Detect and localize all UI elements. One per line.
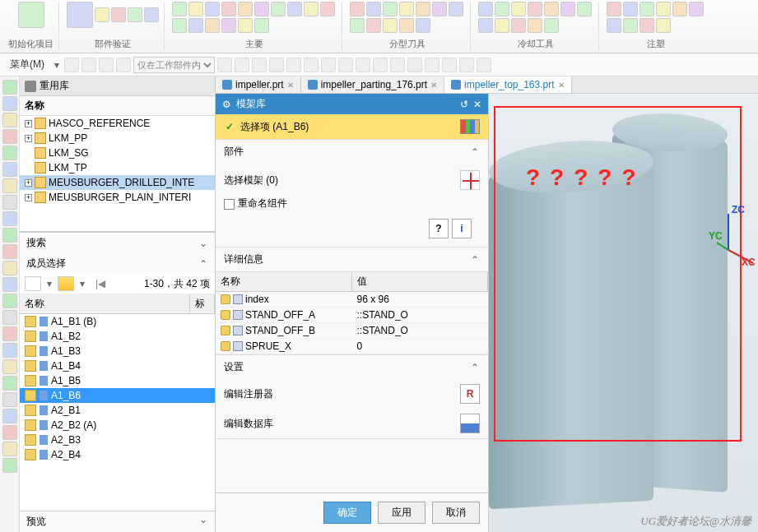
toolbar-icon[interactable] <box>286 58 301 72</box>
verify-icon[interactable] <box>67 2 93 28</box>
scope-select[interactable]: 仅在工作部件内 <box>133 57 215 73</box>
ribbon-icon[interactable] <box>528 2 542 16</box>
section-header[interactable]: 部件⌃ <box>216 140 488 164</box>
ribbon-icon[interactable] <box>350 18 365 33</box>
ribbon-icon[interactable] <box>172 2 187 16</box>
ribbon-icon[interactable] <box>495 2 509 16</box>
ribbon-icon[interactable] <box>320 2 335 16</box>
toolbar-icon[interactable] <box>477 58 491 72</box>
ribbon-icon[interactable] <box>656 2 671 16</box>
ribbon-icon[interactable] <box>544 2 559 16</box>
ribbon-icon[interactable] <box>111 7 126 22</box>
ribbon-icon[interactable] <box>478 18 493 33</box>
view-mode-icon[interactable] <box>25 276 41 291</box>
catalog-icon[interactable] <box>460 119 480 134</box>
menu-dropdown[interactable]: 菜单(M) <box>5 56 49 73</box>
toolbar-icon[interactable] <box>459 58 474 72</box>
rail-icon[interactable] <box>2 195 17 210</box>
search-header[interactable]: 搜索⌄ <box>20 233 215 253</box>
cancel-button[interactable]: 取消 <box>432 502 480 524</box>
chevron-up-icon[interactable]: ⌃ <box>470 147 480 157</box>
rail-icon[interactable] <box>2 129 17 144</box>
member-row[interactable]: A2_B4 <box>20 447 215 462</box>
ribbon-icon[interactable] <box>656 18 671 33</box>
chevron-down-icon[interactable]: ▾ <box>77 279 87 289</box>
ribbon-icon[interactable] <box>238 2 253 16</box>
ribbon-icon[interactable] <box>188 18 203 33</box>
help-icon[interactable]: ? <box>429 219 449 238</box>
tree-body[interactable]: +HASCO_REFERENCE +LKM_PP LKM_SG LKM_TP +… <box>20 116 215 231</box>
rail-icon[interactable] <box>2 261 17 275</box>
rail-icon[interactable] <box>2 96 17 111</box>
ribbon-icon[interactable] <box>544 18 559 33</box>
3d-viewport[interactable]: ????? ZC YC XC UG爱好者论坛@水清馨 <box>489 94 758 532</box>
toolbar-icon[interactable] <box>235 58 249 72</box>
ribbon-icon[interactable] <box>623 18 638 33</box>
toolbar-icon[interactable] <box>356 58 370 72</box>
ribbon-icon[interactable] <box>304 2 319 16</box>
ribbon-icon[interactable] <box>416 18 430 33</box>
rail-icon[interactable] <box>2 244 17 259</box>
expand-icon[interactable]: + <box>25 179 32 187</box>
ribbon-icon[interactable] <box>205 2 220 16</box>
ribbon-icon[interactable] <box>432 2 447 16</box>
member-row[interactable]: A1_B2 <box>20 329 215 344</box>
ribbon-icon[interactable] <box>144 7 159 22</box>
tab-close-icon[interactable]: ✕ <box>430 81 437 90</box>
toolbar-icon[interactable] <box>217 58 232 72</box>
ribbon-icon[interactable] <box>238 18 253 33</box>
rail-icon[interactable] <box>2 146 17 160</box>
toolbar-icon[interactable] <box>373 58 388 72</box>
expand-icon[interactable]: + <box>25 135 32 142</box>
member-row[interactable]: A1_B1 (B) <box>20 314 215 329</box>
database-button[interactable] <box>460 414 480 433</box>
ribbon-icon[interactable] <box>366 2 381 16</box>
ribbon-icon[interactable] <box>607 2 621 16</box>
detail-row[interactable]: STAND_OFF_A::STAND_O <box>216 308 488 323</box>
member-row[interactable]: A1_B6 <box>20 388 215 403</box>
section-header[interactable]: 详细信息⌃ <box>216 247 488 271</box>
ribbon-icon[interactable] <box>495 18 509 33</box>
rail-icon[interactable] <box>2 80 17 95</box>
rail-icon[interactable] <box>2 442 17 456</box>
member-row[interactable]: A2_B3 <box>20 433 215 447</box>
chevron-down-icon[interactable]: ⌄ <box>198 238 208 248</box>
chevron-down-icon[interactable]: ⌄ <box>198 515 208 525</box>
tree-row[interactable]: +LKM_PP <box>20 131 215 146</box>
tree-row[interactable]: +MEUSBURGER_PLAIN_INTERI <box>20 190 215 205</box>
ribbon-icon[interactable] <box>623 2 638 16</box>
ribbon-icon[interactable] <box>607 18 621 33</box>
rail-icon[interactable] <box>2 376 17 391</box>
toolbar-icon[interactable] <box>81 58 96 72</box>
reset-icon[interactable]: ↺ <box>460 99 468 110</box>
rail-icon[interactable] <box>2 343 17 358</box>
tab-close-icon[interactable]: ✕ <box>558 81 565 90</box>
ribbon-icon[interactable] <box>560 2 575 16</box>
toolbar-icon[interactable] <box>390 58 405 72</box>
toolbar-icon[interactable] <box>116 58 131 72</box>
selection-row[interactable]: ✓选择项 (A1_B6) <box>216 114 488 140</box>
rail-icon[interactable] <box>2 228 17 243</box>
toolbar-icon[interactable] <box>425 58 439 72</box>
toolbar-icon[interactable] <box>304 58 319 72</box>
ribbon-icon[interactable] <box>128 7 142 22</box>
ribbon-icon[interactable] <box>287 2 302 16</box>
toolbar-icon[interactable] <box>321 58 336 72</box>
toolbar-icon[interactable] <box>64 58 79 72</box>
ribbon-icon[interactable] <box>639 2 654 16</box>
ribbon-icon[interactable] <box>399 18 414 33</box>
toolbar-icon[interactable] <box>338 58 353 72</box>
ribbon-icon[interactable] <box>478 2 493 16</box>
ribbon-icon[interactable] <box>689 2 704 16</box>
chevron-up-icon[interactable]: ⌃ <box>470 363 480 372</box>
ribbon-icon[interactable] <box>449 2 463 16</box>
ribbon-icon[interactable] <box>254 2 269 16</box>
toolbar-icon[interactable] <box>269 58 284 72</box>
rail-icon[interactable] <box>2 458 17 473</box>
ribbon-icon[interactable] <box>350 2 365 16</box>
toolbar-icon[interactable] <box>407 58 422 72</box>
tree-row[interactable]: LKM_TP <box>20 160 215 175</box>
toolbar-icon[interactable] <box>99 58 114 72</box>
tab-active[interactable]: impeller_top_163.prt✕ <box>444 76 571 93</box>
toolbar-icon[interactable] <box>252 58 267 72</box>
